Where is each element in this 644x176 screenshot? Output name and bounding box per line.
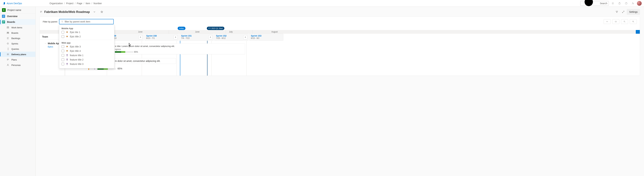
sidebar-item-overview[interactable]: Overview <box>0 14 36 19</box>
breadcrumb-item[interactable]: Project <box>66 2 74 5</box>
progress-bar <box>115 51 133 53</box>
dropdown-item[interactable]: Epic tite 1 <box>59 30 114 34</box>
brand-label: Azure DevOps <box>7 2 22 5</box>
sidebar-item-personas[interactable]: Personas <box>0 62 36 68</box>
marketplace-icon[interactable] <box>617 1 622 6</box>
dropdown-item[interactable]: Epic title 2 <box>59 34 114 39</box>
sprint-card[interactable]: Sprint 151 7/4 - 7/22 + <box>179 34 214 41</box>
overview-icon <box>2 15 5 18</box>
checkbox[interactable] <box>62 54 64 57</box>
dropdown-item[interactable]: feature title 2 <box>59 58 114 62</box>
feature-icon <box>66 58 68 61</box>
global-search[interactable]: Search <box>580 1 609 6</box>
month-june: June <box>112 30 169 34</box>
azure-devops-icon <box>2 2 5 5</box>
sprint-add-button[interactable]: + <box>174 35 178 39</box>
summary-toggle[interactable] <box>612 19 619 24</box>
epic-card[interactable]: ic title: Lorem ipsum dolor sit amet, co… <box>112 44 245 54</box>
zoom-in[interactable] <box>630 19 637 24</box>
sprint-card[interactable]: Sprint 153 8/15 - 9/2 <box>249 34 284 41</box>
sprint-card[interactable]: Sprint 150 6/13 - 7/1 + <box>144 34 179 41</box>
feature-icon <box>66 54 68 56</box>
help-icon[interactable] <box>624 1 629 6</box>
sidebar-item-workitems[interactable]: Work items <box>0 25 36 30</box>
svg-rect-5 <box>615 21 616 22</box>
checkbox[interactable] <box>62 63 64 65</box>
avatar[interactable] <box>637 1 642 6</box>
dropdown-group-label: Mobile App <box>59 26 114 30</box>
feature-card[interactable]: m dolor sit amet, consectetur adipiscing… <box>112 58 176 64</box>
breadcrumb-item[interactable]: Number <box>94 2 102 5</box>
sprint-card[interactable]: Sprint 152 7/25 - 8/12 + <box>214 34 248 41</box>
breadcrumb-item[interactable]: Organization <box>50 2 63 5</box>
scroll-right-button[interactable] <box>636 30 640 34</box>
checkbox[interactable] <box>62 35 64 38</box>
breadcrumb-item[interactable]: Page <box>77 2 82 5</box>
sidebar-item-label: Boards <box>12 32 18 34</box>
project-picker[interactable]: C Project name <box>0 7 36 14</box>
dropdown-item[interactable]: Epic title 3 <box>59 44 114 49</box>
project-chip: C <box>2 8 6 12</box>
sidebar-item-label: Boards <box>7 20 15 23</box>
svg-point-0 <box>585 0 593 6</box>
sidebar-item-plans[interactable]: Plans <box>0 57 36 62</box>
dropdown-item[interactable]: Epic title 4 <box>59 49 114 53</box>
checkbox[interactable] <box>62 31 64 34</box>
fullscreen-icon[interactable] <box>620 9 626 15</box>
boards-icon <box>2 20 5 24</box>
plan-icon <box>40 10 42 14</box>
sprint-add-button[interactable]: + <box>138 35 142 39</box>
delivery-plan-board: Filter by parent filter by parent work i… <box>40 16 640 76</box>
sidebar-item-boards-sub[interactable]: Boards <box>0 30 36 36</box>
filter-parent-input[interactable]: filter by parent work item Mobile App Ep… <box>59 19 114 24</box>
sprint-add-button[interactable]: + <box>208 35 212 39</box>
breadcrumb-item[interactable]: Item <box>86 2 90 5</box>
svg-point-4 <box>8 64 8 65</box>
page-title: Fabrikam Mobile/Web Roadmap <box>44 10 90 14</box>
user-settings-icon[interactable] <box>630 1 636 6</box>
sidebar-item-label: Overview <box>7 15 18 18</box>
chevron-down-icon <box>44 42 46 44</box>
progress-percent: 65% <box>134 51 138 53</box>
breadcrumb: Organization/ Project/ Page/ Item/ Numbe… <box>50 2 102 5</box>
search-placeholder: Search <box>600 2 607 5</box>
sidebar-item-deliveryplans[interactable]: Delivery plans <box>0 52 36 57</box>
milestone-marker: FY 2023 Q1 Start <box>207 27 224 30</box>
settings-button[interactable]: Settings <box>627 9 640 15</box>
sprint-add-button[interactable]: + <box>243 35 247 39</box>
dropdown-item[interactable]: feature title 3 <box>59 62 114 66</box>
svg-point-3 <box>634 3 634 4</box>
favorite-button[interactable] <box>99 9 105 15</box>
main-content: Fabrikam Mobile/Web Roadmap Settings Fil… <box>36 7 644 176</box>
sidebar-item-queries[interactable]: Queries <box>0 46 36 52</box>
sprint-card[interactable]: 49 /10 + <box>112 34 144 41</box>
progress-percent: 65% <box>118 67 122 70</box>
sidebar-item-sprints[interactable]: Sprints <box>0 41 36 46</box>
list-view-icon[interactable] <box>610 1 616 6</box>
kanban-icon <box>6 31 10 34</box>
sidebar-item-backlogs[interactable]: Backlogs <box>0 36 36 41</box>
sidebar-item-boards[interactable]: Boards <box>0 19 36 25</box>
title-dropdown[interactable] <box>92 9 97 15</box>
project-name: Project name <box>8 9 21 12</box>
dropdown-item[interactable]: feature title 1 <box>59 53 114 58</box>
workitems-icon <box>6 26 10 29</box>
checkbox[interactable] <box>62 45 64 48</box>
deliveryplans-icon <box>6 53 10 56</box>
month-august: August <box>253 30 296 34</box>
timeline-grid: Team Mobile App Epics 49 /10 + Sprint 1 <box>40 34 640 76</box>
today-marker: today <box>178 27 186 30</box>
sidebar-item-label: Sprints <box>12 42 18 45</box>
zoom-out[interactable] <box>621 19 628 24</box>
brand-logo[interactable]: Azure DevOps <box>2 2 22 5</box>
personas-icon <box>6 64 10 66</box>
sidebar-item-label: Delivery plans <box>12 53 26 56</box>
filter-toggle-icon[interactable] <box>614 9 620 15</box>
checkbox[interactable] <box>62 50 64 52</box>
svg-point-2 <box>632 2 633 3</box>
sidebar-item-label: Backlogs <box>12 37 20 40</box>
dropdown-group-label: Web app <box>59 41 114 44</box>
dependencies-toggle[interactable] <box>604 19 611 24</box>
feature-icon <box>66 63 68 65</box>
checkbox[interactable] <box>62 58 64 61</box>
